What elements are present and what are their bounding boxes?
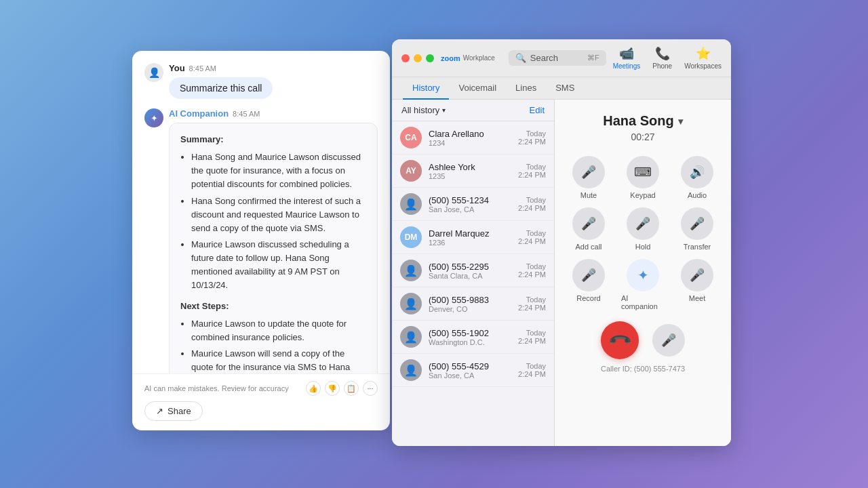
minimize-window-button[interactable] bbox=[414, 54, 422, 62]
edit-button[interactable]: Edit bbox=[530, 105, 545, 115]
copy-icon[interactable]: 📋 bbox=[344, 381, 359, 396]
user-message-meta: You 8:45 AM bbox=[169, 63, 273, 73]
phone-nav-button[interactable]: 📞 Phone bbox=[652, 46, 672, 70]
ai-avatar: ✦ bbox=[144, 108, 163, 127]
end-call-icon: 📞 bbox=[607, 327, 632, 352]
tab-lines[interactable]: Lines bbox=[506, 77, 546, 100]
search-icon: 🔍 bbox=[515, 53, 526, 63]
call-item[interactable]: 👤 (500) 555-2295 Santa Clara, CA Today 2… bbox=[392, 254, 554, 287]
add-call-icon: 🎤 bbox=[572, 207, 605, 240]
caller-avatar-generic: 👤 bbox=[400, 260, 422, 281]
caller-avatar-generic: 👤 bbox=[400, 193, 422, 215]
call-info: (500) 555-2295 Santa Clara, CA bbox=[429, 262, 511, 280]
meet-button[interactable]: 🎤 Meet bbox=[675, 259, 719, 310]
call-date: Today bbox=[518, 296, 546, 304]
zoom-titlebar: zoom Workplace 🔍 Search ⌘F 📹 Meetings 📞 … bbox=[392, 39, 731, 77]
ai-companion-icon: ✦ bbox=[627, 259, 659, 291]
call-time-col: Today 2:24 PM bbox=[518, 262, 546, 279]
all-history-label: All history bbox=[401, 105, 439, 115]
call-item[interactable]: DM Darrel Marquez 1236 Today 2:24 PM bbox=[392, 221, 554, 254]
call-duration: 00:27 bbox=[631, 131, 654, 142]
titlebar-actions: 📹 Meetings 📞 Phone ⭐ Workspaces bbox=[613, 46, 722, 70]
transfer-icon: 🎤 bbox=[681, 207, 713, 240]
caller-number: 1236 bbox=[429, 239, 511, 247]
call-date: Today bbox=[518, 129, 546, 138]
next-step-2: Maurice Lawson will send a copy of the q… bbox=[191, 347, 366, 373]
caller-name: Clara Arellano bbox=[429, 129, 511, 139]
mute-icon: 🎤 bbox=[572, 156, 605, 188]
workspaces-nav-button[interactable]: ⭐ Workspaces bbox=[684, 46, 722, 70]
zoom-main: All history ▾ Edit CA Clara Arellano 123… bbox=[392, 100, 731, 446]
disclaimer-icons: 👍 👎 📋 ··· bbox=[306, 381, 378, 396]
mute-button[interactable]: 🎤 Mute bbox=[567, 156, 610, 199]
zoom-panel: zoom Workplace 🔍 Search ⌘F 📹 Meetings 📞 … bbox=[392, 39, 731, 446]
close-window-button[interactable] bbox=[401, 54, 410, 62]
call-time-col: Today 2:24 PM bbox=[518, 196, 546, 212]
ai-message-meta: AI Companion 8:45 AM bbox=[169, 108, 378, 119]
meetings-nav-button[interactable]: 📹 Meetings bbox=[613, 46, 641, 70]
caller-number: 1235 bbox=[429, 172, 511, 180]
workspaces-label: Workspaces bbox=[684, 62, 722, 70]
tab-history[interactable]: History bbox=[403, 77, 449, 100]
next-step-1: Maurice Lawson to update the quote for c… bbox=[191, 317, 366, 344]
search-placeholder: Search bbox=[530, 53, 583, 63]
meetings-icon: 📹 bbox=[619, 46, 634, 61]
caller-avatar-generic: 👤 bbox=[400, 326, 422, 348]
call-item[interactable]: 👤 (500) 555-9883 Denver, CO Today 2:24 P… bbox=[392, 287, 554, 321]
user-message-time: 8:45 AM bbox=[189, 64, 216, 73]
search-bar[interactable]: 🔍 Search ⌘F bbox=[509, 50, 606, 66]
share-button[interactable]: ↗ Share bbox=[144, 401, 203, 421]
window-controls bbox=[401, 54, 434, 62]
thumbs-up-icon[interactable]: 👍 bbox=[306, 381, 321, 396]
phone-tabs: History Voicemail Lines SMS bbox=[392, 77, 731, 100]
call-date: Today bbox=[518, 163, 546, 171]
call-time: 2:24 PM bbox=[518, 237, 546, 245]
ai-message-time: 8:45 AM bbox=[233, 110, 260, 118]
audio-icon: 🔊 bbox=[681, 156, 713, 188]
mute-label: Mute bbox=[580, 191, 597, 199]
end-call-button[interactable]: 📞 bbox=[601, 321, 639, 359]
call-info: Ashlee York 1235 bbox=[429, 162, 511, 180]
audio-button[interactable]: 🔊 Audio bbox=[675, 156, 719, 199]
ai-companion-button[interactable]: ✦ AI companion bbox=[621, 259, 665, 310]
active-caller-name-text: Hana Song bbox=[603, 113, 673, 129]
call-item[interactable]: AY Ashlee York 1235 Today 2:24 PM bbox=[392, 155, 554, 188]
ai-name: AI Companion bbox=[169, 108, 229, 119]
thumbs-down-icon[interactable]: 👎 bbox=[325, 381, 340, 396]
share-label: Share bbox=[167, 406, 191, 416]
caller-name: (500) 555-4529 bbox=[429, 361, 511, 371]
caller-location: Santa Clara, CA bbox=[429, 272, 511, 280]
caller-location: Washington D.C. bbox=[429, 338, 511, 346]
call-time-col: Today 2:24 PM bbox=[518, 296, 546, 312]
tab-voicemail[interactable]: Voicemail bbox=[449, 77, 506, 100]
hold-label: Hold bbox=[635, 243, 651, 251]
call-item[interactable]: 👤 (500) 555-4529 San Jose, CA Today 2:24… bbox=[392, 354, 554, 387]
chat-messages: 👤 You 8:45 AM Summarize this call ✦ AI C… bbox=[132, 51, 390, 373]
more-icon[interactable]: ··· bbox=[363, 381, 378, 396]
call-time-col: Today 2:24 PM bbox=[518, 362, 546, 378]
transfer-button[interactable]: 🎤 Transfer bbox=[675, 207, 719, 251]
user-avatar: 👤 bbox=[144, 63, 163, 82]
call-item[interactable]: 👤 (500) 555-1234 San Jose, CA Today 2:24… bbox=[392, 188, 554, 221]
chevron-down-icon: ▾ bbox=[442, 106, 446, 114]
call-item[interactable]: 👤 (500) 555-1902 Washington D.C. Today 2… bbox=[392, 321, 554, 354]
call-time-col: Today 2:24 PM bbox=[518, 163, 546, 179]
hold-button[interactable]: 🎤 Hold bbox=[621, 207, 665, 251]
all-history-filter[interactable]: All history ▾ bbox=[401, 105, 446, 115]
end-call-row: 📞 🎤 bbox=[601, 321, 685, 359]
call-date: Today bbox=[518, 329, 546, 337]
summary-title: Summary: bbox=[180, 133, 366, 146]
call-item[interactable]: CA Clara Arellano 1234 Today 2:24 PM bbox=[392, 121, 554, 155]
caller-name: Ashlee York bbox=[429, 162, 511, 172]
keypad-button[interactable]: ⌨ Keypad bbox=[621, 156, 665, 199]
record-button[interactable]: 🎤 Record bbox=[567, 259, 610, 310]
audio-label: Audio bbox=[688, 191, 707, 199]
caller-avatar-dm: DM bbox=[400, 226, 422, 248]
maximize-window-button[interactable] bbox=[426, 54, 434, 62]
mute-small-button[interactable]: 🎤 bbox=[652, 324, 685, 357]
keypad-icon: ⌨ bbox=[627, 156, 659, 188]
add-call-button[interactable]: 🎤 Add call bbox=[567, 207, 610, 251]
call-time: 2:24 PM bbox=[518, 171, 546, 179]
summary-item-1: Hana Song and Maurice Lawson discussed t… bbox=[191, 150, 366, 191]
tab-sms[interactable]: SMS bbox=[546, 77, 584, 100]
